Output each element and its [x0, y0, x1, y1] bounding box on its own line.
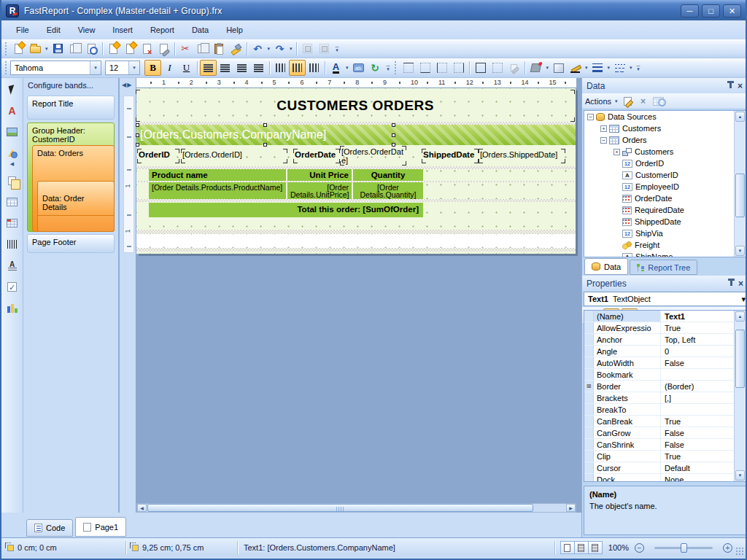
text-color-button[interactable]: A [328, 60, 344, 76]
font-name-combo[interactable]: Tahoma ▾ [10, 61, 101, 75]
menu-view[interactable]: View [69, 23, 104, 36]
barcode-object-button[interactable] [4, 237, 20, 252]
band-separator[interactable] [136, 248, 576, 252]
font-size-dropdown[interactable]: ▾ [128, 61, 139, 74]
border-left-button[interactable] [433, 60, 450, 76]
subreport-object-button[interactable] [4, 174, 20, 188]
select-tool-button[interactable] [4, 82, 20, 97]
font-size-combo[interactable]: 12 ▾ [105, 61, 140, 75]
format-painter-button[interactable] [228, 41, 244, 57]
tree-item-employeeid[interactable]: 12EmployeeID [584, 181, 746, 192]
text-object-button[interactable]: A [4, 104, 20, 118]
property-value[interactable]: Top, Left [661, 334, 746, 345]
data-panel-close-icon[interactable]: × [738, 82, 743, 90]
toolbar-border-grip[interactable] [394, 61, 398, 74]
preview-button[interactable] [83, 41, 100, 57]
splitter-arrows[interactable]: ◀▶ [122, 82, 132, 88]
redo-button[interactable]: ↷ [271, 41, 288, 57]
save-all-button[interactable] [66, 41, 83, 57]
order-date-label-object[interactable]: OrderDate [295, 150, 338, 162]
toolbar-overflow[interactable]: ─▾ [334, 44, 341, 53]
menu-report[interactable]: Report [142, 23, 183, 36]
scroll-left-button[interactable]: ◀ [137, 504, 147, 512]
border-top-button[interactable] [400, 60, 417, 76]
expand-icon[interactable]: + [600, 125, 607, 132]
menu-insert[interactable]: Insert [104, 23, 142, 36]
band-data-order-details[interactable]: Data: Order Details Footer [37, 181, 115, 232]
scrollbar-thumb[interactable] [735, 330, 745, 388]
property-row-anchor[interactable]: AnchorTop, Left [584, 334, 746, 346]
actions-menu[interactable]: Actions [585, 97, 611, 106]
order-id-label-object[interactable]: OrderID [139, 150, 178, 162]
property-row-clip[interactable]: ClipTrue [584, 451, 746, 462]
copy-button[interactable] [194, 41, 211, 57]
align-center-button[interactable] [217, 60, 233, 76]
fill-style-button[interactable] [550, 60, 567, 76]
scroll-down-icon[interactable]: ▼ [735, 246, 745, 256]
close-button[interactable]: ✕ [723, 4, 741, 18]
toolbar-text-overflow[interactable]: ─▾ [385, 63, 392, 72]
field-product-name[interactable]: [Order Details.Products.ProductName] [149, 182, 287, 199]
delete-datasource-button[interactable]: × [637, 96, 650, 107]
highlight-button[interactable]: ab [350, 60, 367, 76]
object-selector-dropdown[interactable]: ▾ [741, 295, 746, 304]
property-row-dock[interactable]: DockNone [584, 474, 746, 482]
page-settings-button[interactable] [155, 41, 172, 57]
report-page[interactable]: CUSTOMERS ORDERS [Orders.Customers.Compa… [136, 88, 576, 254]
view-mode-page-width-button[interactable] [560, 541, 575, 554]
property-value[interactable]: 0 [661, 346, 746, 357]
save-button[interactable] [50, 41, 66, 57]
menu-edit[interactable]: Edit [38, 23, 69, 36]
maximize-button[interactable]: □ [702, 4, 720, 18]
line-color-dropdown[interactable]: ▾ [584, 65, 589, 71]
fill-color-dropdown[interactable]: ▾ [544, 65, 550, 71]
scroll-up-icon[interactable]: ▲ [735, 311, 745, 322]
tab-report-tree[interactable]: Report Tree [630, 260, 697, 275]
column-unit-price[interactable]: Unit Price [287, 169, 353, 181]
band-report-title[interactable]: Report Title [27, 96, 115, 120]
shape-object-button[interactable] [4, 146, 20, 160]
property-row-autowidth[interactable]: AutoWidthFalse [584, 357, 746, 369]
matrix-object-button[interactable] [4, 216, 20, 230]
tab-data[interactable]: Data [584, 258, 628, 275]
toolbar-border-overflow[interactable]: ─▾ [635, 63, 642, 72]
property-value[interactable]: True [661, 451, 746, 462]
order-id-field-object[interactable]: [Orders.OrderID] [182, 150, 286, 162]
property-value[interactable]: False [661, 427, 746, 438]
zoom-in-button[interactable]: + [723, 543, 732, 553]
property-value[interactable]: True [661, 322, 746, 333]
border-bottom-button[interactable] [417, 60, 433, 76]
configure-bands-link[interactable]: Configure bands... [28, 81, 93, 90]
property-value[interactable]: (Border) [661, 381, 746, 392]
properties-scrollbar[interactable]: ▲ ▼ [734, 311, 746, 481]
tree-item-shipname[interactable]: AShipName [584, 251, 746, 257]
actions-dropdown[interactable]: ▾ [614, 98, 619, 104]
properties-pin-icon[interactable] [730, 281, 732, 286]
shape-flyout-arrow[interactable]: ◀ [10, 161, 14, 167]
property-value[interactable] [661, 404, 746, 415]
property-row-angle[interactable]: Angle0 [584, 346, 746, 357]
zoom-slider-thumb[interactable] [681, 543, 687, 553]
undo-button[interactable]: ↶ [249, 41, 266, 57]
property-row-canshrink[interactable]: CanShrinkFalse [584, 439, 746, 451]
view-mode-whole-page-button[interactable] [574, 541, 589, 554]
properties-close-icon[interactable]: × [738, 280, 743, 287]
tab-page1[interactable]: Page1 [75, 517, 126, 537]
font-name-dropdown[interactable]: ▾ [90, 61, 101, 74]
property-row-cangrow[interactable]: CanGrowFalse [584, 427, 746, 439]
column-product-name[interactable]: Product name [149, 169, 287, 181]
delete-page-button[interactable] [139, 41, 155, 57]
tree-item-orderid[interactable]: 12OrderID [584, 158, 746, 169]
property-row-name[interactable]: (Name)Text1 [584, 311, 746, 322]
object-selector-combo[interactable]: Text1 TextObject ▾ [584, 292, 746, 306]
menu-file[interactable]: File [7, 23, 38, 36]
tree-item-customers[interactable]: +Customers [584, 146, 746, 158]
property-row-breakto[interactable]: BreakTo [584, 404, 746, 416]
tree-item-customers[interactable]: +Customers [584, 122, 746, 134]
pin-icon[interactable] [729, 83, 732, 88]
valign-center-button[interactable] [289, 60, 306, 76]
resize-grip[interactable] [735, 547, 745, 556]
property-expand-icon[interactable]: ⊞ [584, 381, 594, 392]
report-canvas[interactable]: 12345678910111213141516 CUSTOMERS ORDERS… [136, 78, 581, 513]
tree-item-freight[interactable]: Freight [584, 239, 746, 251]
